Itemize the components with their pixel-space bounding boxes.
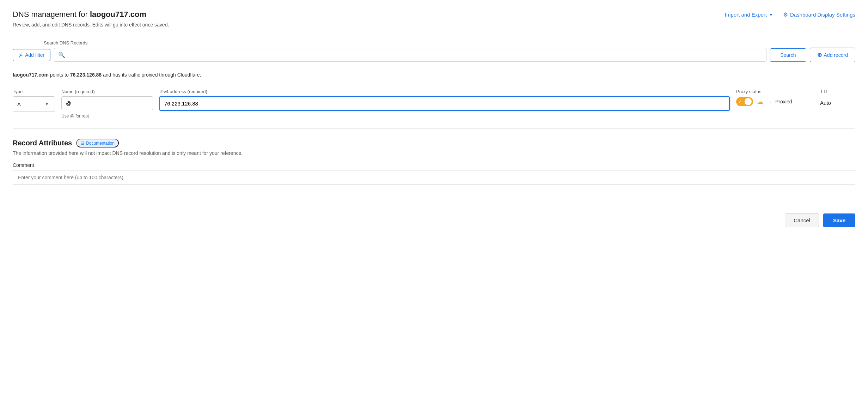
add-record-button[interactable]: ⊕ Add record [810,48,855,62]
comment-input[interactable] [13,170,855,185]
type-select-wrapper[interactable]: A AAAA CNAME MX TXT ▼ [13,96,55,112]
divider-2 [13,195,855,195]
header-left: DNS management for laogou717.com Review,… [13,10,169,28]
name-hint: Use @ for root [61,114,153,119]
import-export-button[interactable]: Import and Export ▼ [725,12,773,18]
form-row: Type A AAAA CNAME MX TXT ▼ Name (require… [13,89,855,119]
filter-icon: ⊁ [19,52,23,58]
proxied-label: Proxied [775,99,792,104]
type-select[interactable]: A AAAA CNAME MX TXT [13,98,41,111]
dashboard-settings-button[interactable]: ⚙ Dashboard Display Settings [783,11,855,18]
proxy-status-group: Proxy status ✓ ☁ → Proxied [736,89,814,106]
save-button[interactable]: Save [823,213,855,227]
name-label: Name (required) [61,89,153,94]
type-chevron-icon[interactable]: ▼ [41,97,53,111]
ttl-value: Auto [820,96,855,109]
ipv4-label: IPv4 address (required) [159,89,730,94]
record-attributes-title: Record Attributes [13,139,72,147]
record-attributes-header: Record Attributes ⊟ Documentation [13,139,855,147]
gear-icon: ⚙ [783,11,788,18]
search-section: Search DNS Records ⊁ Add filter 🔍 Search… [13,40,855,62]
search-input[interactable] [54,48,766,62]
ttl-field-group: TTL Auto [820,89,855,109]
cancel-button[interactable]: Cancel [785,213,819,227]
search-input-wrapper: 🔍 [54,48,766,62]
record-attributes-description: The information provided here will not i… [13,150,855,156]
cloud-icon: ☁ [757,97,764,106]
proxy-status-label: Proxy status [736,89,814,94]
comment-field-group: Comment [13,162,855,185]
add-filter-button[interactable]: ⊁ Add filter [13,49,50,61]
type-label: Type [13,89,55,94]
page-subtitle: Review, add, and edit DNS records. Edits… [13,22,169,28]
ipv4-field-group: IPv4 address (required) [159,89,730,111]
plus-icon: ⊕ [817,52,822,58]
record-attributes-section: Record Attributes ⊟ Documentation The in… [13,139,855,185]
documentation-badge[interactable]: ⊟ Documentation [76,139,119,147]
page-title: DNS management for laogou717.com [13,10,169,19]
page-header: DNS management for laogou717.com Review,… [13,10,855,28]
proxy-status-row: ✓ ☁ → Proxied [736,97,814,106]
ipv4-input[interactable] [159,96,730,111]
search-label: Search DNS Records [44,40,855,46]
dns-form: Type A AAAA CNAME MX TXT ▼ Name (require… [13,89,855,119]
chevron-down-icon: ▼ [769,12,773,17]
proxy-toggle[interactable]: ✓ [736,97,753,106]
arrow-icon: → [767,99,772,104]
toggle-slider: ✓ [736,97,753,106]
divider-1 [13,128,855,129]
header-right: Import and Export ▼ ⚙ Dashboard Display … [725,11,855,18]
search-row: ⊁ Add filter 🔍 Search ⊕ Add record [13,48,855,62]
info-bar: laogou717.com points to 76.223.126.88 an… [13,71,855,79]
search-button[interactable]: Search [770,48,806,62]
name-input[interactable] [61,96,153,110]
bottom-actions: Cancel Save [13,205,855,227]
ttl-label: TTL [820,89,855,94]
search-icon: 🔍 [58,52,65,58]
type-field-group: Type A AAAA CNAME MX TXT ▼ [13,89,55,112]
doc-icon: ⊟ [80,140,84,146]
name-field-group: Name (required) Use @ for root [61,89,153,119]
comment-label: Comment [13,162,855,168]
